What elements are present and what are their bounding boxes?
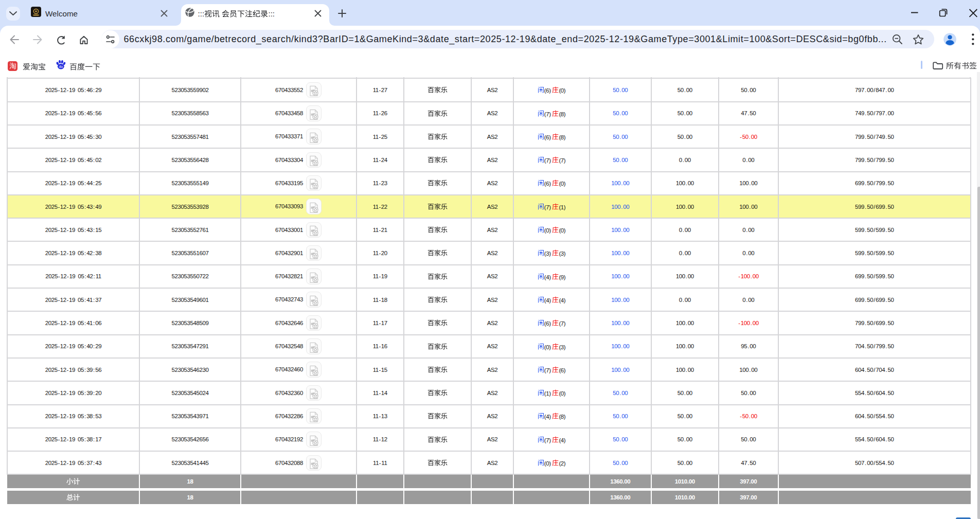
svg-text:du: du: [59, 65, 63, 68]
